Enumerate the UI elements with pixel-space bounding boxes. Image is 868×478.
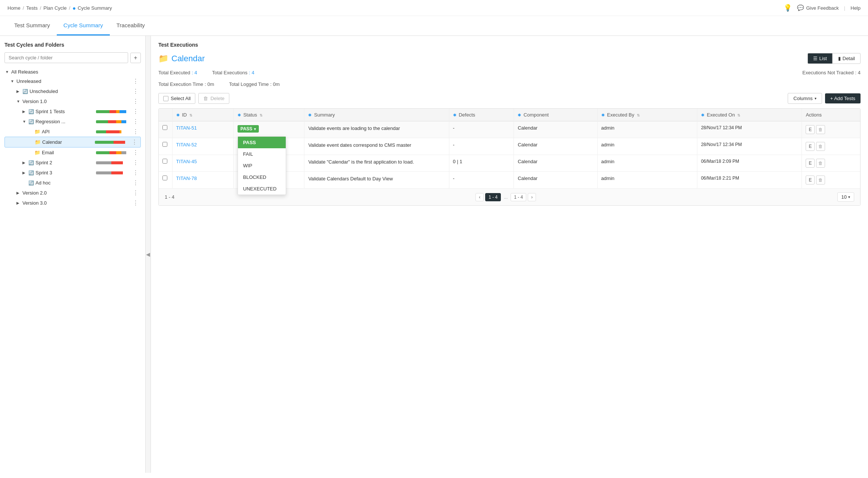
row2-delete-button[interactable]: 🗑: [816, 142, 825, 151]
dropdown-item-pass[interactable]: PASS: [238, 137, 286, 148]
more-icon-unscheduled[interactable]: ⋮: [131, 88, 140, 95]
row4-checkbox[interactable]: [162, 176, 167, 180]
more-icon-api[interactable]: ⋮: [131, 128, 140, 135]
row1-checkbox[interactable]: [162, 125, 167, 130]
row3-checkbox[interactable]: [162, 159, 167, 164]
version2-label: Version 2.0: [22, 190, 131, 196]
col-executed-by[interactable]: ✱ Executed By ⇅: [597, 109, 697, 121]
row4-checkbox-cell: [159, 172, 172, 189]
tree-item-sprint3[interactable]: ▶ 🔄 Sprint 3 ⋮: [4, 168, 141, 178]
page-size-selector[interactable]: 10 ▾: [837, 192, 854, 202]
row4-id-link[interactable]: TITAN-78: [176, 176, 197, 181]
cycle-icon-regression: 🔄: [28, 119, 34, 124]
tab-test-summary[interactable]: Test Summary: [7, 16, 57, 35]
tree-item-unscheduled[interactable]: ▶ 🔄 Unscheduled ⋮: [4, 86, 141, 96]
row1-status-badge[interactable]: PASS ▾: [238, 125, 259, 133]
regression-bar: [96, 120, 130, 123]
more-icon-sprint2[interactable]: ⋮: [131, 159, 140, 166]
more-icon-sprint1[interactable]: ⋮: [131, 108, 140, 115]
give-feedback-label: Give Feedback: [806, 5, 838, 11]
breadcrumb-sep-1: /: [23, 5, 24, 11]
version1-label: Version 1.0: [22, 99, 131, 104]
tree-item-api[interactable]: 📁 API ⋮: [4, 127, 141, 137]
col-defects[interactable]: ✱ Defects: [449, 109, 514, 121]
row2-id-link[interactable]: TITAN-52: [176, 142, 197, 148]
row3-id-link[interactable]: TITAN-45: [176, 159, 197, 164]
feedback-icon: 💬: [797, 4, 804, 11]
row1-edit-button[interactable]: E: [806, 125, 815, 134]
give-feedback-link[interactable]: 💬 Give Feedback: [797, 4, 838, 11]
more-icon-unreleased[interactable]: ⋮: [131, 78, 140, 85]
help-link[interactable]: Help: [850, 5, 861, 11]
more-icon-calendar[interactable]: ⋮: [130, 139, 139, 146]
sidebar-collapse-handle[interactable]: ◀: [146, 36, 151, 473]
row1-delete-button[interactable]: 🗑: [816, 125, 825, 134]
tab-traceability[interactable]: Traceability: [110, 16, 152, 35]
chevron-right-icon-4: ▶: [22, 171, 28, 175]
view-list-button[interactable]: ☰ List: [807, 53, 833, 64]
row1-id-link[interactable]: TITAN-51: [176, 125, 197, 131]
page-nav-active[interactable]: 1 - 4: [485, 193, 501, 201]
view-detail-button[interactable]: ▮ Detail: [833, 53, 861, 64]
breadcrumb-plan-cycle[interactable]: Plan Cycle: [43, 5, 66, 11]
col-status[interactable]: ✱ Status ⇅: [233, 109, 304, 121]
sort-icon-on: ⇅: [737, 113, 740, 117]
col-id[interactable]: ✱ ID ⇅: [172, 109, 233, 121]
row3-executed-on-cell: 06/Mar/18 2:09 PM: [697, 155, 802, 172]
dropdown-item-blocked[interactable]: BLOCKED: [238, 171, 286, 183]
row4-edit-button[interactable]: E: [806, 176, 815, 184]
add-folder-button[interactable]: +: [130, 53, 141, 63]
col-component[interactable]: ✱ Component: [514, 109, 597, 121]
tree-item-version3[interactable]: ▶ Version 3.0 ⋮: [4, 198, 141, 208]
row1-defects-cell: -: [449, 121, 514, 138]
add-tests-button[interactable]: + Add Tests: [825, 93, 861, 103]
breadcrumb-home[interactable]: Home: [7, 5, 21, 11]
dropdown-item-unexecuted[interactable]: UNEXECUTED: [238, 183, 286, 195]
tree-item-email[interactable]: 📁 Email ⋮: [4, 148, 141, 158]
more-icon-email[interactable]: ⋮: [131, 149, 140, 156]
tree-item-calendar[interactable]: 📁 Calendar ⋮: [4, 137, 141, 148]
more-icon-v2[interactable]: ⋮: [131, 189, 140, 196]
delete-button[interactable]: 🗑 Delete: [198, 93, 229, 104]
dropdown-item-wip[interactable]: WIP: [238, 160, 286, 171]
columns-button[interactable]: Columns ▾: [788, 93, 822, 104]
col-summary[interactable]: ✱ Summary: [304, 109, 449, 121]
tab-cycle-summary[interactable]: Cycle Summary: [57, 16, 110, 35]
row2-checkbox[interactable]: [162, 142, 167, 147]
row2-edit-button[interactable]: E: [806, 142, 815, 151]
row1-status-cell: PASS ▾ PASS FAIL WIP BLOCKED UNEXECUTED: [233, 121, 304, 138]
more-icon-v1[interactable]: ⋮: [131, 98, 140, 105]
page-nav-prev[interactable]: ‹: [475, 193, 484, 201]
select-all-button[interactable]: Select All: [158, 93, 195, 104]
breadcrumb-tests[interactable]: Tests: [26, 5, 37, 11]
select-all-label: Select All: [171, 96, 190, 101]
row3-delete-button[interactable]: 🗑: [816, 159, 825, 168]
more-icon-sprint3[interactable]: ⋮: [131, 169, 140, 176]
row4-executed-on-cell: 06/Mar/18 2:21 PM: [697, 172, 802, 189]
tree-item-sprint2[interactable]: ▶ 🔄 Sprint 2 ⋮: [4, 158, 141, 168]
tree-item-version2[interactable]: ▶ Version 2.0 ⋮: [4, 188, 141, 198]
page-nav-end[interactable]: 1 - 4: [511, 193, 526, 201]
more-icon-regression[interactable]: ⋮: [131, 118, 140, 125]
tree-item-adhoc[interactable]: 🔄 Ad hoc ⋮: [4, 178, 141, 188]
row3-edit-button[interactable]: E: [806, 159, 815, 168]
page-nav-next[interactable]: ›: [528, 193, 536, 201]
chevron-down-icon: ▼: [5, 70, 11, 74]
stat-executions-not-tracked: Executions Not Tracked : 4: [802, 70, 861, 75]
tree-item-sprint1[interactable]: ▶ 🔄 Sprint 1 Tests ⋮: [4, 106, 141, 117]
tree-item-unreleased[interactable]: ▼ Unreleased ⋮: [4, 76, 141, 86]
row4-delete-button[interactable]: 🗑: [816, 176, 825, 184]
chevron-down-icon-3: ▼: [16, 99, 22, 103]
dropdown-item-fail[interactable]: FAIL: [238, 148, 286, 160]
tree-item-version1[interactable]: ▼ Version 1.0 ⋮: [4, 96, 141, 106]
more-icon-v3[interactable]: ⋮: [131, 199, 140, 207]
tree-item-all-releases[interactable]: ▼ All Releases: [4, 68, 141, 76]
row2-executed-on-cell: 28/Nov/17 12:34 PM: [697, 138, 802, 155]
more-icon-adhoc[interactable]: ⋮: [131, 179, 140, 186]
search-input[interactable]: [4, 52, 128, 63]
col-executed-on[interactable]: ✱ Executed On ⇅: [697, 109, 802, 121]
row2-actions-cell: E 🗑: [802, 138, 860, 155]
tree-item-regression[interactable]: ▼ 🔄 Regression ... ⋮: [4, 117, 141, 127]
row4-executed-by-cell: admin: [597, 172, 697, 189]
folder-header: 📁 Calendar ☰ List ▮ Detail: [158, 53, 861, 64]
